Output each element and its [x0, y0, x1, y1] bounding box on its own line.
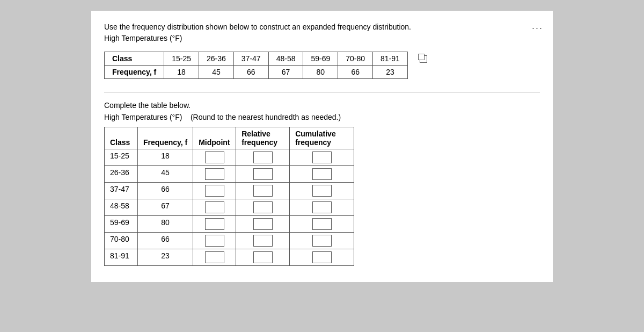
- th-relative: Relativefrequency: [236, 127, 290, 149]
- cell-freq-4: 80: [138, 216, 193, 233]
- freq-val-4858: 67: [268, 66, 303, 79]
- col-header-3747: 37-47: [233, 52, 268, 66]
- table-row: 81-9123: [105, 249, 354, 266]
- cell-cumulative-6[interactable]: [290, 249, 354, 266]
- cell-class-0: 15-25: [105, 149, 138, 166]
- freq-row-label: Frequency, f: [105, 66, 164, 79]
- cell-class-6: 81-91: [105, 249, 138, 266]
- th-frequency: Frequency, f: [138, 127, 193, 149]
- midpoint-input-0[interactable]: [205, 151, 224, 163]
- cell-midpoint-2[interactable]: [193, 183, 236, 199]
- cell-cumulative-4[interactable]: [290, 216, 354, 233]
- cell-relative-5[interactable]: [236, 233, 290, 249]
- cell-relative-1[interactable]: [236, 166, 290, 183]
- midpoint-input-1[interactable]: [205, 168, 224, 180]
- col-header-1525: 15-25: [164, 52, 199, 66]
- midpoint-input-3[interactable]: [205, 201, 224, 213]
- col-header-2636: 26-36: [199, 52, 234, 66]
- cell-cumulative-5[interactable]: [290, 233, 354, 249]
- cell-relative-3[interactable]: [236, 199, 290, 216]
- cell-relative-6[interactable]: [236, 249, 290, 266]
- midpoint-input-5[interactable]: [205, 235, 224, 247]
- cumulative-freq-input-0[interactable]: [312, 151, 332, 163]
- cell-class-5: 70-80: [105, 233, 138, 249]
- table-row: 15-2518: [105, 149, 354, 166]
- relative-freq-input-3[interactable]: [253, 201, 273, 213]
- instructions: Use the frequency distribution shown bel…: [104, 21, 540, 44]
- cell-class-4: 59-69: [105, 216, 138, 233]
- cell-freq-2: 66: [138, 183, 193, 199]
- cell-class-2: 37-47: [105, 183, 138, 199]
- th-cumulative: Cumulativefrequency: [290, 127, 354, 149]
- cell-cumulative-1[interactable]: [290, 166, 354, 183]
- cumulative-freq-input-1[interactable]: [312, 168, 332, 180]
- dots-menu[interactable]: ...: [532, 20, 543, 32]
- freq-val-7080: 66: [338, 66, 373, 79]
- relative-freq-input-4[interactable]: [253, 218, 273, 230]
- cumulative-freq-input-2[interactable]: [312, 185, 332, 197]
- midpoint-input-4[interactable]: [205, 218, 224, 230]
- cell-class-3: 48-58: [105, 199, 138, 216]
- cumulative-freq-input-5[interactable]: [312, 235, 332, 247]
- cell-class-1: 26-36: [105, 166, 138, 183]
- table-row: 59-6980: [105, 216, 354, 233]
- cell-freq-5: 66: [138, 233, 193, 249]
- cell-relative-4[interactable]: [236, 216, 290, 233]
- freq-val-3747: 66: [233, 66, 268, 79]
- col-header-7080: 70-80: [338, 52, 373, 66]
- cell-freq-6: 23: [138, 249, 193, 266]
- cell-freq-3: 67: [138, 199, 193, 216]
- th-class: Class: [105, 127, 138, 149]
- col-header-4858: 48-58: [268, 52, 303, 66]
- col-header-8191: 81-91: [373, 52, 408, 66]
- relative-freq-input-2[interactable]: [253, 185, 273, 197]
- table-row: 48-5867: [105, 199, 354, 216]
- cell-midpoint-6[interactable]: [193, 249, 236, 266]
- freq-val-1525: 18: [164, 66, 199, 79]
- cell-midpoint-3[interactable]: [193, 199, 236, 216]
- th-midpoint: Midpoint: [193, 127, 236, 149]
- cell-midpoint-5[interactable]: [193, 233, 236, 249]
- col-header-class: Class: [105, 52, 164, 66]
- cell-midpoint-4[interactable]: [193, 216, 236, 233]
- cell-freq-0: 18: [138, 149, 193, 166]
- cumulative-freq-input-4[interactable]: [312, 218, 332, 230]
- instruction-line1: Use the frequency distribution shown bel…: [104, 21, 540, 33]
- cell-cumulative-3[interactable]: [290, 199, 354, 216]
- freq-val-8191: 23: [373, 66, 408, 79]
- instruction-line2: High Temperatures (°F): [104, 33, 540, 44]
- complete-label: Complete the table below.: [104, 101, 540, 110]
- page-container: ... Use the frequency distribution shown…: [91, 11, 553, 282]
- divider: [104, 92, 540, 92]
- cell-relative-0[interactable]: [236, 149, 290, 166]
- relative-freq-input-5[interactable]: [253, 235, 273, 247]
- table-row: 37-4766: [105, 183, 354, 199]
- table-row: 26-3645: [105, 166, 354, 183]
- relative-freq-input-0[interactable]: [253, 151, 273, 163]
- relative-freq-input-1[interactable]: [253, 168, 273, 180]
- cell-cumulative-2[interactable]: [290, 183, 354, 199]
- copy-icon[interactable]: [420, 55, 427, 63]
- cell-midpoint-0[interactable]: [193, 149, 236, 166]
- cumulative-freq-input-6[interactable]: [312, 251, 332, 263]
- subtitle-line: High Temperatures (°F) (Round to the nea…: [104, 113, 540, 121]
- round-note: (Round to the nearest hundredth as neede…: [191, 113, 341, 121]
- freq-val-5969: 80: [303, 66, 338, 79]
- expanded-table: Class Frequency, f Midpoint Relativefreq…: [104, 127, 354, 266]
- frequency-table: Class 15-25 26-36 37-47 48-58 59-69 70-8…: [104, 52, 438, 79]
- table-row: 70-8066: [105, 233, 354, 249]
- cell-midpoint-1[interactable]: [193, 166, 236, 183]
- freq-val-2636: 45: [199, 66, 234, 79]
- col-header-5969: 59-69: [303, 52, 338, 66]
- cumulative-freq-input-3[interactable]: [312, 201, 332, 213]
- cell-cumulative-0[interactable]: [290, 149, 354, 166]
- subtitle-text: High Temperatures (°F): [104, 113, 182, 121]
- midpoint-input-6[interactable]: [205, 251, 224, 263]
- cell-freq-1: 45: [138, 166, 193, 183]
- midpoint-input-2[interactable]: [205, 185, 224, 197]
- relative-freq-input-6[interactable]: [253, 251, 273, 263]
- cell-relative-2[interactable]: [236, 183, 290, 199]
